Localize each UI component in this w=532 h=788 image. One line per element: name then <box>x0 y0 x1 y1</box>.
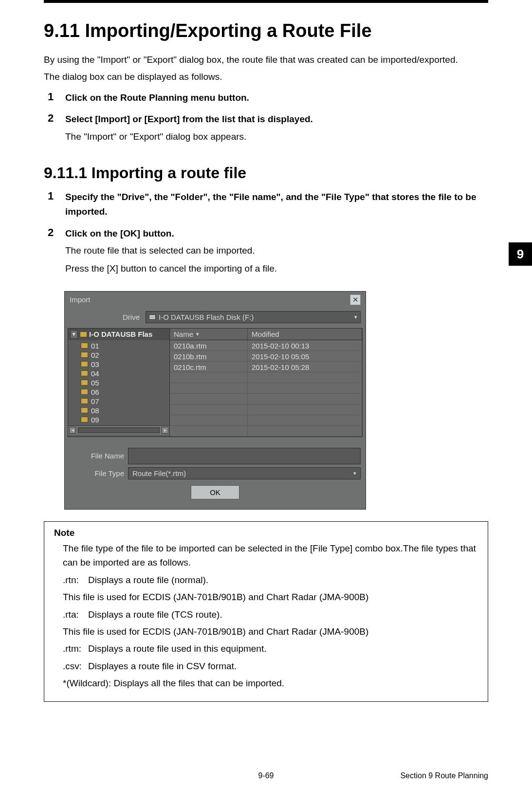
file-modified-cell: 2015-02-10 05:05 <box>248 351 362 361</box>
drive-select[interactable]: I-O DATAUSB Flash Disk (F:) ▾ <box>146 311 361 323</box>
folder-icon <box>81 407 88 413</box>
note-title: Note <box>54 528 478 538</box>
step-body-2: Press the [X] button to cancel the impor… <box>65 261 488 276</box>
note-filetype-line: .csv:Displayes a route file in CSV forma… <box>54 659 478 673</box>
sort-caret-icon: ▾ <box>196 331 199 337</box>
note-extra: This file is used for ECDIS (JAN-701B/90… <box>54 590 478 604</box>
note-ext: .rta: <box>63 607 88 622</box>
file-name-cell <box>170 383 248 393</box>
scroll-track[interactable] <box>78 427 160 433</box>
folder-item[interactable]: 06 <box>68 387 169 397</box>
folder-label: 06 <box>91 388 99 396</box>
folder-item[interactable]: 07 <box>68 397 169 406</box>
tree-horizontal-scrollbar[interactable]: ◂ ▸ <box>68 425 169 435</box>
disk-icon <box>149 314 156 320</box>
top-divider <box>44 0 488 3</box>
chevron-down-icon: ▾ <box>353 470 356 476</box>
folder-item[interactable]: 09 <box>68 415 169 424</box>
folder-label: 04 <box>91 369 99 378</box>
file-modified-cell <box>248 404 362 415</box>
folder-item[interactable]: 02 <box>68 350 169 360</box>
folder-label: 08 <box>91 406 99 415</box>
file-modified-cell: 2015-02-10 00:13 <box>248 340 362 350</box>
intro-step-1: 1 Click on the Route Planning menu butto… <box>44 91 488 105</box>
note-filetype-line: .rtn:Displays a route file (normal). <box>54 573 478 587</box>
folder-item[interactable]: 08 <box>68 406 169 415</box>
file-list-pane: Name ▾ Modified 0210a.rtm2015-02-10 00:1… <box>170 328 363 437</box>
folder-item[interactable]: 04 <box>68 369 169 378</box>
folder-label: 09 <box>91 416 99 424</box>
drive-value: I-O DATAUSB Flash Disk (F:) <box>159 313 254 321</box>
tree-root-label: I-O DATAUSB Flas <box>89 330 152 338</box>
file-row <box>170 404 362 415</box>
ok-button[interactable]: OK <box>191 485 239 499</box>
column-header-modified[interactable]: Modified <box>248 329 362 340</box>
file-type-select[interactable]: Route File(*.rtm) ▾ <box>128 467 361 479</box>
note-filetype-line: .rta:Displays a route file (TCS route). <box>54 607 478 622</box>
file-modified-cell <box>248 394 362 404</box>
folder-item[interactable]: 05 <box>68 378 169 387</box>
file-row <box>170 426 362 437</box>
tree-collapse-button[interactable]: ▾ <box>70 330 78 339</box>
note-intro: The file type of the file to be imported… <box>54 541 478 570</box>
step-number: 2 <box>48 112 54 125</box>
folder-icon <box>81 352 88 358</box>
file-type-label: File Type <box>70 469 128 477</box>
folder-icon <box>81 361 88 367</box>
file-name-cell: 0210b.rtm <box>170 351 248 361</box>
file-row <box>170 415 362 426</box>
file-modified-cell <box>248 372 362 383</box>
close-button[interactable]: ✕ <box>350 294 361 305</box>
note-desc: Displays a route file used in this equip… <box>88 643 266 654</box>
folder-label: 03 <box>91 360 99 368</box>
folder-item[interactable]: 01 <box>68 341 169 350</box>
note-desc: Displays a route file (TCS route). <box>88 609 222 620</box>
step-number: 2 <box>48 226 54 239</box>
folder-icon <box>81 370 88 376</box>
chapter-tab: 9 <box>509 242 532 266</box>
folder-icon <box>81 389 88 395</box>
step-title: Click on the Route Planning menu button. <box>65 91 488 105</box>
page-footer: 9-69 Section 9 Route Planning <box>44 771 488 780</box>
step-body: The "Import" or "Export" dialog box appe… <box>65 129 488 145</box>
folder-icon <box>81 380 88 385</box>
page-number: 9-69 <box>190 771 341 780</box>
scroll-left-icon[interactable]: ◂ <box>69 427 76 434</box>
note-desc: Displays a route file (normal). <box>88 575 208 585</box>
file-modified-cell <box>248 426 362 436</box>
column-header-name[interactable]: Name ▾ <box>170 329 248 340</box>
file-row[interactable]: 0210a.rtm2015-02-10 00:13 <box>170 340 362 351</box>
file-name-cell <box>170 372 248 383</box>
folder-icon <box>81 417 88 422</box>
folder-tree-pane: ▾ I-O DATAUSB Flas 010203040506070809 ◂ … <box>68 328 170 437</box>
intro-text-2: The dialog box can be displayed as follo… <box>44 70 488 84</box>
step-title: Specify the "Drive", the "Folder", the "… <box>65 190 488 220</box>
file-name-cell <box>170 415 248 425</box>
note-ext: .csv: <box>63 659 88 673</box>
import-dialog: Import ✕ Drive I-O DATAUSB Flash Disk (F… <box>64 291 366 510</box>
dialog-title-text: Import <box>70 295 91 304</box>
file-modified-cell <box>248 415 362 425</box>
folder-icon <box>81 398 88 404</box>
heading-sub: 9.11.1 Importing a route file <box>44 164 488 182</box>
file-name-cell <box>170 394 248 404</box>
chevron-down-icon: ▾ <box>354 314 357 320</box>
folder-item[interactable]: 03 <box>68 360 169 369</box>
file-name-input[interactable] <box>128 448 361 464</box>
step-body-1: The route file that is selected can be i… <box>65 243 488 258</box>
folder-label: 01 <box>91 342 99 350</box>
intro-step-2: 2 Select [Import] or [Export] from the l… <box>44 112 488 145</box>
scroll-right-icon[interactable]: ▸ <box>162 427 168 434</box>
section-label: Section 9 Route Planning <box>342 771 488 780</box>
step-number: 1 <box>48 91 54 103</box>
heading-main: 9.11 Importing/Exporting a Route File <box>44 20 488 41</box>
file-modified-cell <box>248 383 362 393</box>
file-row[interactable]: 0210b.rtm2015-02-10 05:05 <box>170 351 362 362</box>
folder-label: 05 <box>91 379 99 387</box>
note-ext: .rtm: <box>63 641 88 656</box>
note-extra: This file is used for ECDIS (JAN-701B/90… <box>54 624 478 639</box>
file-name-cell <box>170 426 248 436</box>
file-row <box>170 372 362 383</box>
file-row[interactable]: 0210c.rtm2015-02-10 05:28 <box>170 362 362 372</box>
step-number: 1 <box>48 190 54 202</box>
